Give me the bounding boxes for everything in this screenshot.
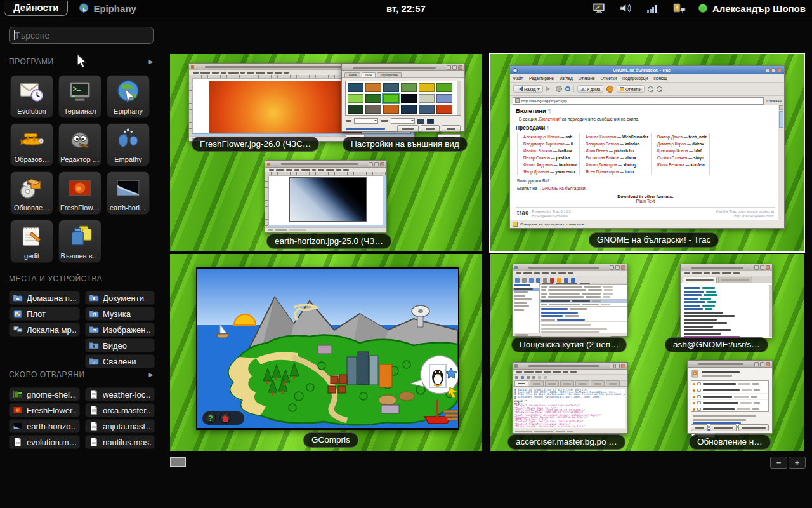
document-tab (575, 380, 589, 386)
workspace-add-button[interactable]: + (789, 457, 806, 469)
app-tile[interactable]: FreshFlow… (58, 171, 102, 215)
translator-cell: →Александър Шопов — ash (518, 133, 580, 140)
place-item[interactable]: Видео (85, 338, 155, 352)
app-tile[interactable]: earth-hori… (107, 171, 150, 215)
window-preview-update-manager[interactable] (687, 360, 773, 434)
expand-recent-icon[interactable]: ▶ (148, 371, 154, 378)
epiphany-app-icon (78, 3, 89, 14)
recent-item[interactable]: earth-horizo… (9, 419, 80, 433)
recent-item[interactable]: anjuta.mast… (85, 419, 155, 433)
wallpaper-thumbnail (401, 83, 417, 92)
page-link: Бюлетини (539, 117, 559, 121)
app-tile-label: Evolution (17, 107, 46, 115)
text-line (691, 387, 768, 394)
presence-dot (698, 4, 707, 13)
translators-table: →Александър Шопов — ash→Атанас Кошаров —… (517, 133, 710, 175)
workspace-remove-button[interactable]: − (770, 457, 787, 469)
app-tile-label: Редактор … (60, 156, 99, 163)
documents-folder-icon (89, 293, 99, 303)
scrollbar (769, 285, 772, 337)
music-folder-icon (89, 309, 99, 319)
user-menu[interactable]: Александър Шопов (698, 3, 806, 14)
place-item[interactable]: Плот (9, 307, 80, 321)
window-preview-terminal[interactable] (680, 264, 773, 338)
check-button (710, 424, 736, 431)
display-icon[interactable] (592, 3, 606, 14)
mouse-cursor (74, 53, 89, 72)
app-tile[interactable]: Терминал (58, 75, 102, 118)
app-tile[interactable]: Редактор … (58, 123, 102, 166)
images-folder-icon (89, 324, 99, 335)
workspace-indicator[interactable] (170, 457, 186, 467)
app-tile[interactable]: Evolution (10, 75, 53, 118)
window-preview-gedit-po[interactable]: # Bulgarian translation of accerciser po… (512, 362, 628, 434)
wallpaper-thumbnail (348, 83, 363, 92)
screenshot-thumb-icon (13, 389, 23, 399)
translator-cell: →Атанас Кошаров — WebCrusader (579, 133, 651, 140)
workspace-2-active[interactable]: GNOME на български! - Trac ФайлРедактира… (490, 54, 804, 251)
window-label: Настройки на външния вид (343, 137, 468, 152)
text-line (683, 272, 740, 276)
window-preview-gcompris[interactable]: ? (196, 267, 459, 430)
epiphany-icon (115, 76, 141, 107)
home-folder-icon (13, 293, 23, 303)
place-item-label: Документи (103, 293, 144, 303)
recent-item[interactable]: nautilus.mas… (85, 435, 155, 449)
place-item[interactable]: Изображен… (85, 323, 155, 337)
workspace-4[interactable]: # Bulgarian translation of accerciser po… (490, 254, 804, 451)
document-icon (89, 437, 99, 447)
window-preview-evolution-mail[interactable] (512, 264, 628, 337)
home-button: У дома (577, 85, 603, 93)
recent-item[interactable]: evolution.m… (9, 435, 80, 449)
window-preview-gimp-earth[interactable] (265, 160, 387, 233)
wallpaper-thumbnail (348, 94, 363, 103)
clock[interactable]: вт, 22:57 (386, 3, 426, 14)
text-line (691, 406, 768, 412)
app-tile[interactable]: Empathy (107, 123, 150, 166)
recent-item[interactable]: gnome-shel… (9, 387, 80, 401)
app-tile-label: Външен в… (60, 252, 99, 260)
browser-menu-item: Файл (513, 76, 523, 81)
window-label: accerciser.master.bg.po … (508, 434, 625, 450)
workspace-1[interactable]: ТемаФонШрифтове (170, 54, 482, 251)
text-line (515, 370, 577, 374)
window-titlebar (265, 161, 386, 168)
window-preview-appearance[interactable]: ТемаФонШрифтове (341, 64, 465, 132)
app-tile[interactable]: Epiphany (107, 75, 150, 118)
app-tile[interactable]: Външен в… (58, 220, 102, 263)
bookmarks-button: Отметки (617, 85, 645, 93)
search-input[interactable] (9, 27, 154, 44)
wallpaper-thumbnail (419, 105, 435, 114)
network-signal-icon[interactable] (645, 3, 659, 14)
app-tile[interactable]: Образов… (10, 123, 53, 166)
volume-icon[interactable] (619, 3, 632, 14)
place-item[interactable]: Музика (85, 307, 155, 321)
place-item[interactable]: Домашна п… (9, 291, 80, 305)
place-item[interactable]: Свалени (85, 354, 155, 368)
downloads-folder-icon (89, 356, 99, 366)
recent-item[interactable]: weather-loc… (85, 387, 155, 401)
app-tile[interactable]: Обновле… (10, 171, 53, 215)
text-line (691, 400, 768, 406)
place-item[interactable]: Локална мр… (9, 323, 80, 337)
recent-item[interactable]: FreshFlower… (9, 403, 80, 417)
updates-icon (691, 370, 699, 378)
home-icon (580, 85, 586, 91)
app-menu[interactable]: Epiphany (78, 3, 136, 14)
activities-button[interactable]: Дейности (4, 1, 68, 16)
recent-item-label: anjuta.mast… (103, 422, 151, 431)
window-preview-epiphany-trac[interactable]: GNOME на български! - Trac ФайлРедактира… (509, 65, 785, 229)
app-tile[interactable]: gedit (10, 220, 53, 263)
recent-item[interactable]: orca.master.… (85, 403, 155, 417)
document-tabs (513, 381, 627, 387)
battery-icon[interactable] (672, 3, 686, 14)
translator-cell: →Филип Андонов — fandonov (518, 161, 580, 168)
expand-programs-icon[interactable]: ▶ (148, 58, 154, 65)
gedit-icon (18, 220, 45, 252)
translator-cell: →Ясен Праматаров — turin (579, 168, 651, 175)
place-item[interactable]: Документи (85, 291, 155, 305)
user-name: Александър Шопов (712, 3, 806, 14)
workspace-3[interactable]: ? GCompris (170, 254, 482, 451)
text-line (691, 394, 768, 400)
document-tab (530, 380, 544, 386)
